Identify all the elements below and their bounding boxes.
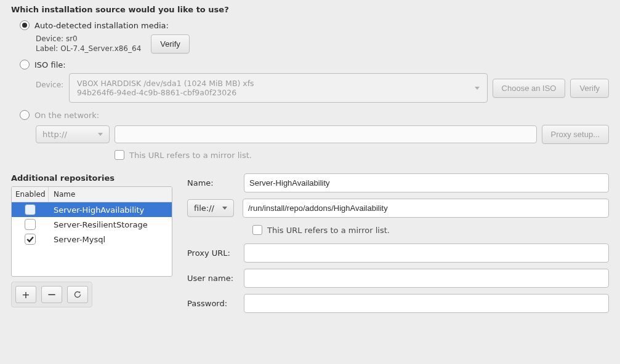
network-scheme-select[interactable]: http:// bbox=[36, 125, 110, 143]
col-enabled[interactable]: Enabled bbox=[12, 187, 49, 202]
verify-iso-button[interactable]: Verify bbox=[570, 79, 609, 98]
chevron-down-icon bbox=[98, 133, 103, 136]
repo-name-cell: Server-HighAvailability bbox=[49, 204, 172, 216]
table-row[interactable]: Server-ResilientStorage bbox=[12, 217, 172, 232]
source-auto-row[interactable]: Auto-detected installation media: bbox=[20, 20, 609, 30]
username-label: User name: bbox=[187, 274, 235, 283]
source-iso-row[interactable]: ISO file: bbox=[20, 60, 609, 69]
repo-enabled-checkbox[interactable] bbox=[25, 234, 36, 245]
repo-name-cell: Server-ResilientStorage bbox=[49, 218, 172, 231]
choose-iso-button[interactable]: Choose an ISO bbox=[493, 79, 566, 98]
proxy-url-label: Proxy URL: bbox=[187, 248, 235, 258]
proxy-url-input[interactable] bbox=[244, 243, 609, 263]
repo-name-input[interactable] bbox=[244, 173, 609, 192]
source-auto-label: Auto-detected installation media: bbox=[34, 21, 169, 30]
table-row[interactable]: Server-Mysql bbox=[12, 232, 172, 247]
table-row[interactable]: Server-HighAvailability bbox=[12, 202, 172, 217]
col-name[interactable]: Name bbox=[49, 187, 172, 202]
network-mirror-checkbox[interactable] bbox=[115, 150, 124, 160]
repo-scheme-select[interactable]: file:// bbox=[187, 199, 234, 217]
username-input[interactable] bbox=[244, 269, 609, 288]
chevron-down-icon bbox=[475, 87, 480, 90]
verify-auto-button[interactable]: Verify bbox=[151, 34, 190, 53]
minus-icon: − bbox=[47, 291, 56, 298]
repo-name-label: Name: bbox=[187, 178, 235, 188]
iso-device-select[interactable]: VBOX HARDDISK /dev/sda1 (1024 MiB MB) xf… bbox=[69, 73, 488, 103]
source-network-label: On the network: bbox=[34, 111, 99, 120]
proxy-setup-button[interactable]: Proxy setup... bbox=[542, 125, 609, 144]
network-scheme-value: http:// bbox=[42, 130, 67, 139]
remove-repo-button[interactable]: − bbox=[41, 286, 62, 303]
repos-table: Enabled Name Server-HighAvailabilityServ… bbox=[11, 186, 172, 277]
network-mirror-label: This URL refers to a mirror list. bbox=[129, 151, 252, 160]
source-network-row[interactable]: On the network: bbox=[20, 110, 609, 120]
radio-auto[interactable] bbox=[20, 20, 30, 30]
password-label: Password: bbox=[187, 299, 235, 308]
radio-iso[interactable] bbox=[20, 60, 30, 69]
auto-label: Label: OL-7.4_Server.x86_64 bbox=[36, 44, 141, 53]
repo-mirror-label: This URL refers to a mirror list. bbox=[267, 226, 390, 235]
repo-scheme-value: file:// bbox=[194, 204, 214, 213]
repo-enabled-checkbox[interactable] bbox=[25, 219, 36, 230]
plus-icon: + bbox=[22, 289, 30, 301]
repo-enabled-checkbox[interactable] bbox=[25, 204, 36, 215]
add-repo-button[interactable]: + bbox=[15, 286, 36, 303]
repos-heading: Additional repositories bbox=[11, 173, 172, 183]
refresh-repo-button[interactable] bbox=[67, 286, 88, 303]
repo-path-input[interactable] bbox=[243, 199, 609, 218]
iso-device-label: Device: bbox=[36, 73, 64, 103]
source-iso-label: ISO file: bbox=[34, 60, 66, 69]
network-url-input[interactable] bbox=[115, 125, 537, 143]
repo-mirror-checkbox[interactable] bbox=[252, 225, 262, 235]
iso-device-line2: 94b264f6-94ed-4c9b-8861-cbf9a0f23026 bbox=[77, 88, 254, 97]
iso-device-line1: VBOX HARDDISK /dev/sda1 (1024 MiB MB) xf… bbox=[77, 79, 254, 88]
chevron-down-icon bbox=[222, 207, 227, 210]
auto-device: Device: sr0 bbox=[36, 34, 141, 44]
page-question: Which installation source would you like… bbox=[11, 5, 609, 14]
password-input[interactable] bbox=[244, 294, 609, 313]
refresh-icon bbox=[73, 290, 82, 299]
radio-network[interactable] bbox=[20, 110, 30, 120]
repo-name-cell: Server-Mysql bbox=[49, 233, 172, 246]
